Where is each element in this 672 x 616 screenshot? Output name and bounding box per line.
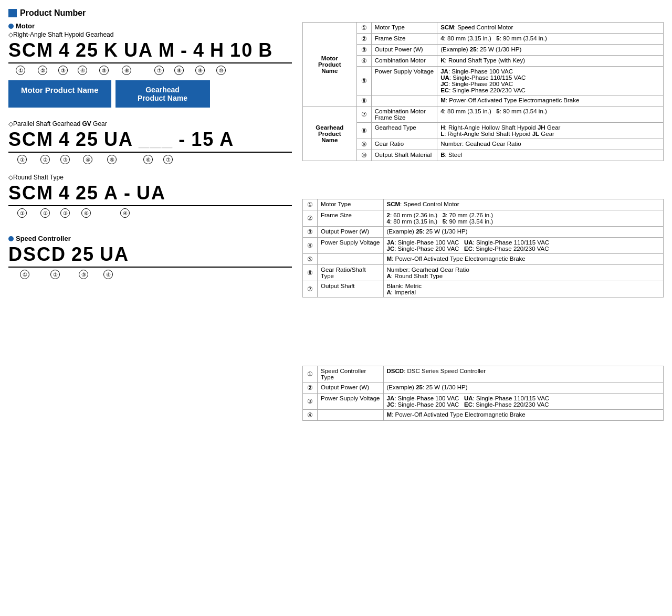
t2-num-4: ④ bbox=[303, 238, 318, 254]
t1-num-8: ⑧ bbox=[356, 123, 371, 139]
product1-block: SCM 4 25 K UA M - 4 H 10 B ① ② ③ bbox=[8, 39, 292, 108]
c1-2: ② bbox=[33, 66, 52, 75]
c4-4: ④ bbox=[98, 270, 119, 279]
sc-label: Speed Controller bbox=[8, 235, 292, 242]
table3-row-2: ② Output Power (W) (Example) 25: 25 W (1… bbox=[303, 383, 664, 394]
c2-5: ⑤ bbox=[100, 155, 124, 164]
p1-seg5: UA bbox=[124, 39, 153, 61]
group-gearhead-product-name: GearheadProductName bbox=[303, 107, 357, 161]
t1-num-5: ⑤ bbox=[356, 67, 371, 95]
p1-seg10: B bbox=[258, 39, 273, 61]
c1-6: ⑥ bbox=[117, 66, 136, 75]
left-column: Motor ◇Right-Angle Shaft Hypoid Gearhead… bbox=[8, 22, 292, 421]
diamond-label-3: ◇Round Shaft Type bbox=[8, 174, 292, 181]
p3-dash: - bbox=[124, 182, 131, 204]
t1-num-10: ⑩ bbox=[356, 150, 371, 161]
c2-2: ② bbox=[36, 155, 55, 164]
t1-key-8: Gearhead Type bbox=[371, 123, 437, 139]
c1-4: ④ bbox=[74, 66, 91, 75]
p4-seg3: UA bbox=[100, 243, 129, 265]
table2-row-3: ③ Output Power (W) (Example) 25: 25 W (1… bbox=[303, 227, 664, 238]
t1-key-1: Motor Type bbox=[371, 23, 437, 34]
t1-num-4: ④ bbox=[356, 56, 371, 67]
p2-seg4: UA bbox=[104, 129, 133, 151]
c3-4: ④ bbox=[114, 208, 135, 218]
t2-val-3: (Example) 25: 25 W (1/30 HP) bbox=[383, 227, 663, 238]
gearhead-product-name-box: Gearhead Product Name bbox=[116, 80, 210, 108]
p1-seg9: 10 bbox=[230, 39, 253, 61]
t1-val-6: M: Power-Off Activated Type Electromagne… bbox=[437, 95, 664, 107]
t3-key-3: Power Supply Voltage bbox=[318, 394, 384, 410]
t2-num-3: ③ bbox=[303, 227, 318, 238]
section-title: Product Number bbox=[8, 8, 664, 18]
c2-4: ④ bbox=[76, 155, 100, 164]
t2-key-5 bbox=[318, 254, 384, 265]
t2-key-4: Power Supply Voltage bbox=[318, 238, 384, 254]
p1-seg2: 4 bbox=[59, 39, 70, 61]
c4-3: ③ bbox=[69, 270, 98, 279]
t2-key-6: Gear Ratio/ShaftType bbox=[318, 265, 384, 281]
p2-seg3: 25 bbox=[76, 129, 99, 151]
t1-num-6: ⑥ bbox=[356, 95, 371, 107]
t2-val-7: Blank: MetricA: Imperial bbox=[383, 281, 663, 298]
t2-val-2: 2: 60 mm (2.36 in.) 3: 70 mm (2.76 in.)4… bbox=[383, 210, 663, 227]
c4-2: ② bbox=[41, 270, 69, 279]
table2-row-1: ① Motor Type SCM: Speed Control Motor bbox=[303, 199, 664, 210]
t2-key-1: Motor Type bbox=[318, 199, 384, 210]
t1-val-1: SCM: Speed Control Motor bbox=[437, 23, 664, 34]
t1-key-9: Gear Ratio bbox=[371, 139, 437, 150]
spec-table-1: MotorProductName ① Motor Type SCM: Speed… bbox=[302, 22, 664, 161]
c1-7: ⑦ bbox=[149, 66, 169, 75]
t1-val-8: H: Right-Angle Hollow Shaft Hypoid JH Ge… bbox=[437, 123, 664, 139]
main-layout: Motor ◇Right-Angle Shaft Hypoid Gearhead… bbox=[8, 22, 664, 421]
t1-num-1: ① bbox=[356, 23, 371, 34]
c1-1: ① bbox=[8, 66, 33, 75]
section-title-text: Product Number bbox=[20, 8, 86, 18]
t3-key-1: Speed ControllerType bbox=[318, 366, 384, 383]
t2-val-1: SCM: Speed Control Motor bbox=[383, 199, 663, 210]
table2-row-4: ④ Power Supply Voltage JA: Single-Phase … bbox=[303, 238, 664, 254]
p2-dash: - bbox=[178, 129, 186, 151]
t1-num-2: ② bbox=[356, 34, 371, 45]
c1-9: ⑨ bbox=[189, 66, 211, 75]
table2-row-7: ⑦ Output Shaft Blank: MetricA: Imperial bbox=[303, 281, 664, 298]
table1-row-frame-size: ② Frame Size 4: 80 mm (3.15 in.) 5: 90 m… bbox=[303, 34, 664, 45]
diamond-label-1: ◇Right-Angle Shaft Hypoid Gearhead bbox=[8, 31, 292, 38]
p4-seg1: DSCD bbox=[8, 243, 66, 265]
product2-circles: ① ② ③ ④ ⑤ ⑥ ⑦ bbox=[8, 155, 292, 164]
t1-key-2: Frame Size bbox=[371, 34, 437, 45]
p1-seg1: SCM bbox=[8, 39, 54, 61]
t3-num-2: ② bbox=[303, 383, 318, 394]
t3-val-3: JA: Single-Phase 100 VAC UA: Single-Phas… bbox=[383, 394, 663, 410]
product4-block: DSCD 25 UA ① ② ③ ④ bbox=[8, 243, 292, 279]
table3-row-1: ① Speed ControllerType DSCD: DSC Series … bbox=[303, 366, 664, 383]
t3-val-2: (Example) 25: 25 W (1/30 HP) bbox=[383, 383, 663, 394]
p1-seg7: 4 bbox=[193, 39, 205, 61]
table1-row-gearhead-type: ⑧ Gearhead Type H: Right-Angle Hollow Sh… bbox=[303, 123, 664, 139]
t1-key-3: Output Power (W) bbox=[371, 45, 437, 56]
t2-num-5: ⑤ bbox=[303, 254, 318, 265]
motor-label: Motor bbox=[8, 22, 292, 30]
page-root: Product Number Motor ◇Right-Angle Shaft … bbox=[8, 8, 664, 421]
t2-val-4: JA: Single-Phase 100 VAC UA: Single-Phas… bbox=[383, 238, 663, 254]
c1-3: ③ bbox=[52, 66, 74, 75]
t1-val-10: B: Steel bbox=[437, 150, 664, 161]
product1-code: SCM 4 25 K UA M - 4 H 10 B bbox=[8, 39, 292, 63]
t1-key-4: Combination Motor bbox=[371, 56, 437, 67]
t3-val-4: M: Power-Off Activated Type Electromagne… bbox=[383, 410, 663, 421]
c1-10: ⑩ bbox=[211, 66, 231, 75]
c2-3: ③ bbox=[55, 155, 76, 164]
t3-key-2: Output Power (W) bbox=[318, 383, 384, 394]
table2-row-2: ② Frame Size 2: 60 mm (2.36 in.) 3: 70 m… bbox=[303, 210, 664, 227]
t1-key-6 bbox=[371, 95, 437, 107]
table3-row-4: ④ M: Power-Off Activated Type Electromag… bbox=[303, 410, 664, 421]
table1-row-motor-type: MotorProductName ① Motor Type SCM: Speed… bbox=[303, 23, 664, 34]
t1-num-9: ⑨ bbox=[356, 139, 371, 150]
t3-num-3: ③ bbox=[303, 394, 318, 410]
product1-circles: ① ② ③ ④ ⑤ ⑥ ⑦ ⑧ ⑨ ⑩ bbox=[8, 66, 292, 75]
c4-1: ① bbox=[8, 270, 41, 279]
p2-seg2: 4 bbox=[59, 129, 70, 151]
p1-seg4: K bbox=[104, 39, 119, 61]
table1-row-comb-frame: GearheadProductName ⑦ Combination MotorF… bbox=[303, 107, 664, 123]
t2-key-7: Output Shaft bbox=[318, 281, 384, 298]
